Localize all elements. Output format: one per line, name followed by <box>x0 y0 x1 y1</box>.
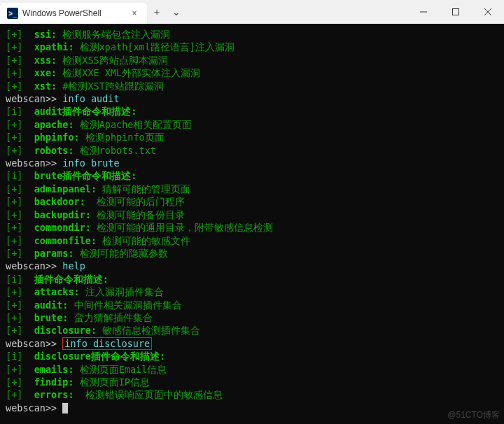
minimize-button[interactable] <box>407 0 440 24</box>
powershell-window: >_ Windows PowerShell × + ⌄ [+] ssi: 检测服… <box>0 0 504 424</box>
tab-title: Windows PowerShell <box>22 8 125 18</box>
close-button[interactable] <box>472 0 504 24</box>
new-tab-button[interactable]: + <box>147 6 167 17</box>
maximize-button[interactable] <box>440 0 472 24</box>
tab-dropdown-button[interactable]: ⌄ <box>167 6 186 17</box>
tabbar-controls: + ⌄ <box>147 0 186 24</box>
powershell-icon: >_ <box>7 8 18 19</box>
window-controls <box>407 0 504 24</box>
tab-close-button[interactable]: × <box>129 8 140 18</box>
titlebar: >_ Windows PowerShell × + ⌄ <box>0 0 504 24</box>
svg-rect-1 <box>453 9 459 15</box>
terminal-output[interactable]: [+] ssi: 检测服务端包含注入漏洞[+] xpathi: 检测xpath[… <box>0 24 504 424</box>
tab-powershell[interactable]: >_ Windows PowerShell × <box>0 3 147 24</box>
